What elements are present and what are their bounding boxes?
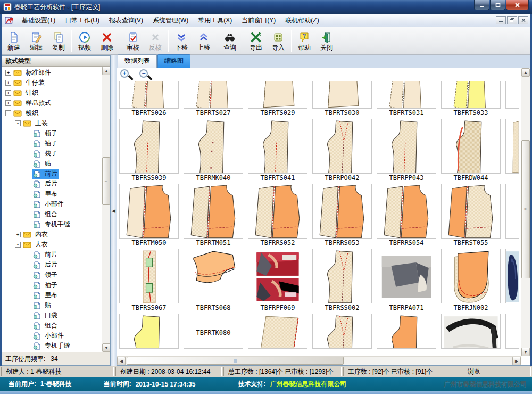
thumbnail-cell[interactable] <box>505 81 519 117</box>
thumbnail-cell-TBFRPA071[interactable]: TBFRPA071 <box>377 249 436 311</box>
tree-item-内衣[interactable]: +内衣 <box>2 229 102 240</box>
tree-item-梭织[interactable]: -梭织 <box>2 108 102 118</box>
expand-plus-icon[interactable]: + <box>5 80 11 86</box>
tree-item-前片[interactable]: 前片 <box>2 250 102 260</box>
thumbnail-image[interactable]: TBFRTK080 <box>184 314 243 349</box>
minimize-button[interactable] <box>474 0 489 10</box>
thumbnail-cell[interactable] <box>312 314 372 349</box>
thumbnail-image[interactable] <box>441 119 501 174</box>
thumbnail-cell-TBFRMK040[interactable]: TBFRMK040 <box>184 119 243 182</box>
thumbnail-image[interactable] <box>505 81 519 109</box>
toolbar-button-编辑[interactable]: 编辑 <box>25 28 47 53</box>
tree-item-口袋[interactable]: 口袋 <box>2 310 102 321</box>
thumbnail-image[interactable] <box>312 184 372 239</box>
thumbnail-cell[interactable] <box>441 314 501 349</box>
thumbnail-image[interactable] <box>248 314 307 349</box>
toolbar-button-下移[interactable]: 下移 <box>170 28 193 53</box>
tree-item-标准部件[interactable]: +标准部件 <box>2 68 102 78</box>
thumbnail-image[interactable] <box>119 314 179 349</box>
thumbnail-image[interactable] <box>119 249 179 303</box>
expand-plus-icon[interactable]: + <box>15 232 21 237</box>
toolbar-button-导入[interactable]: 导入 <box>267 28 289 53</box>
tree-item-贴[interactable]: 贴 <box>2 159 102 169</box>
tree-item-领子[interactable]: 领子 <box>2 128 102 138</box>
expand-plus-icon[interactable]: + <box>5 100 11 106</box>
thumbnail-cell-TBFRSS039[interactable]: TBFRSS039 <box>119 119 179 182</box>
thumbnail-image[interactable] <box>505 249 519 303</box>
thumbnail-cell-TBFRTK080[interactable]: TBFRTK080 <box>184 314 243 349</box>
tree-item-里布[interactable]: 里布 <box>2 290 102 300</box>
tree-item-前片[interactable]: 前片 <box>2 169 102 179</box>
zoom-out-icon[interactable]: − <box>139 69 153 85</box>
toolbar-button-查询[interactable]: 查询 <box>219 28 241 53</box>
thumbnail-cell-TBFRRS054[interactable]: TBFRRS054 <box>377 184 436 247</box>
thumbnail-image[interactable] <box>377 184 436 239</box>
thumbnail-image[interactable] <box>184 119 243 174</box>
thumbnail-cell-TBFRRS052[interactable]: TBFRRS052 <box>248 184 307 247</box>
thumbnail-cell[interactable] <box>377 314 436 349</box>
tree-item-小部件[interactable]: 小部件 <box>2 199 102 209</box>
tab-数据列表[interactable]: 数据列表 <box>118 54 157 68</box>
thumbnail-image[interactable] <box>377 249 436 303</box>
thumbnail-image[interactable] <box>248 81 307 109</box>
splitter-collapse-icon[interactable]: ◀ <box>112 208 115 214</box>
tree-item-组合[interactable]: 组合 <box>2 209 102 219</box>
thumbnail-image[interactable] <box>312 81 372 109</box>
tree-item-里布[interactable]: 里布 <box>2 189 102 199</box>
horizontal-scroll-thumb[interactable]: ||| <box>127 357 344 365</box>
scroll-left-icon[interactable]: ◀ <box>117 357 126 365</box>
thumbnail-image[interactable] <box>377 81 436 109</box>
toolbar-button-复制[interactable]: 复制 <box>47 28 70 53</box>
mdi-restore-button[interactable] <box>507 16 517 24</box>
menu-item-5[interactable]: 常用工具(X) <box>193 14 237 26</box>
tree-item-小部件[interactable]: 小部件 <box>2 331 102 341</box>
thumbnail-cell[interactable] <box>505 119 519 182</box>
tree-item-后片[interactable]: 后片 <box>2 179 102 189</box>
thumbnail-cell-TBFRTS068[interactable]: TBFRTS068 <box>184 249 243 311</box>
thumbnail-cell-TBFRPF069[interactable]: TBFRPF069 <box>248 249 307 311</box>
expand-plus-icon[interactable]: + <box>5 70 11 76</box>
toolbar-button-上移[interactable]: 上移 <box>193 28 215 53</box>
collapse-minus-icon[interactable]: - <box>15 242 21 248</box>
collapse-minus-icon[interactable]: - <box>15 120 21 126</box>
tree-item-袋子[interactable]: 袋子 <box>2 149 102 159</box>
thumbnail-image[interactable] <box>441 249 501 303</box>
menu-item-1[interactable]: 基础设置(T) <box>17 14 60 26</box>
maximize-button[interactable] <box>490 0 505 10</box>
menu-item-4[interactable]: 系统管理(W) <box>148 14 193 26</box>
thumbnail-cell-TBFRST055[interactable]: TBFRST055 <box>441 184 501 247</box>
tab-缩略图[interactable]: 缩略图 <box>157 54 190 68</box>
thumbnail-cell-TBFRPO042[interactable]: TBFRPO042 <box>312 119 372 182</box>
vertical-scrollbar[interactable]: ▲ ≡ ▼ <box>521 68 530 356</box>
thumbnail-cell[interactable] <box>119 314 179 349</box>
thumbnail-cell-TBFRTM050[interactable]: TBFRTM050 <box>119 184 179 247</box>
tree-item-后片[interactable]: 后片 <box>2 260 102 270</box>
horizontal-scrollbar[interactable]: ◀ ||| ▶ <box>117 356 521 365</box>
thumbnail-image[interactable] <box>119 119 179 174</box>
thumbnail-cell-TBFRTS031[interactable]: TBFRTS031 <box>377 81 436 117</box>
close-button[interactable] <box>506 0 529 10</box>
thumbnail-image[interactable] <box>505 314 519 349</box>
menu-item-6[interactable]: 当前窗口(Y) <box>237 14 280 26</box>
tree-item-组合[interactable]: 组合 <box>2 321 102 331</box>
expand-plus-icon[interactable]: + <box>5 90 11 96</box>
tree-item-大衣[interactable]: -大衣 <box>2 240 102 250</box>
thumbnail-cell-TBFRRS053[interactable]: TBFRRS053 <box>312 184 372 247</box>
thumbnail-image[interactable] <box>248 119 307 174</box>
thumbnail-image[interactable] <box>119 184 179 239</box>
menu-item-3[interactable]: 报表查询(V) <box>104 14 148 26</box>
thumbnail-cell-TBFRTM051[interactable]: TBFRTM051 <box>184 184 243 247</box>
tree-item-专机手缝[interactable]: 专机手缝 <box>2 219 102 229</box>
thumbnail-cell-TBFRSS067[interactable]: TBFRSS067 <box>119 249 179 311</box>
thumbnail-cell-TBFRTS029[interactable]: TBFRTS029 <box>248 81 307 117</box>
thumbnail-cell-TBFRSS002[interactable]: TBFRSS002 <box>312 249 372 311</box>
thumbnail-image[interactable] <box>441 314 501 349</box>
toolbar-button-审核[interactable]: 审核 <box>122 28 144 53</box>
thumbnail-image[interactable] <box>184 81 243 109</box>
tree-item-样品款式[interactable]: +样品款式 <box>2 98 102 108</box>
scroll-down-icon[interactable]: ▼ <box>521 348 530 356</box>
thumbnail-cell-TBFRTS041[interactable]: TBFRTS041 <box>248 119 307 182</box>
thumbnail-cell-TBFRTS026[interactable]: TBFRTS026 <box>119 81 179 117</box>
tree-scroll-up-icon[interactable]: ▲ <box>102 67 110 75</box>
thumbnail-image[interactable] <box>377 314 436 349</box>
